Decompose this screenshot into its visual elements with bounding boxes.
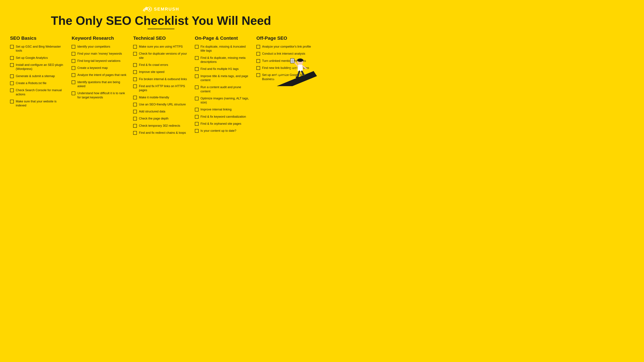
checklist-item: Check temporary 302 redirects (133, 124, 189, 128)
checklist-item: Set up Google Analytics (10, 56, 66, 60)
checkbox[interactable] (10, 45, 14, 49)
checkbox[interactable] (133, 63, 137, 67)
checklist-item-label: Find long-tail keyword variations (77, 59, 120, 63)
checkbox[interactable] (256, 73, 260, 77)
checklist-on-page-content: Fix duplicate, missing & truncated title… (195, 44, 250, 133)
checklist-item: Find and fix HTTP links on HTTPS pages (133, 84, 189, 92)
checklist-item: Fix duplicate, missing & truncated title… (195, 44, 250, 53)
checkbox[interactable] (10, 100, 14, 103)
checkbox[interactable] (133, 70, 137, 74)
checklist-item-label: Improve site speed (139, 70, 164, 74)
checkbox[interactable] (133, 117, 137, 120)
checkbox[interactable] (133, 131, 137, 135)
checkbox[interactable] (195, 85, 198, 89)
checkbox[interactable] (256, 66, 260, 70)
checkbox[interactable] (133, 77, 137, 81)
checkbox[interactable] (72, 66, 75, 70)
checklist-item-label: Improve title & meta tags, and page cont… (200, 74, 250, 82)
checkbox[interactable] (256, 59, 260, 63)
checklist-item: Set up GSC and Bing Webmaster tools (10, 44, 66, 53)
checklist-item: Optimize images (naming, ALT tags, size) (195, 96, 250, 105)
checklist-item: Fix broken internal & outbound links (133, 77, 189, 81)
checklist-item: Improve title & meta tags, and page cont… (195, 74, 250, 82)
col-header-on-page-content: On-Page & Content (195, 35, 250, 41)
col-header-off-page-seo: Off-Page SEO (256, 35, 312, 41)
checklist-item-label: Create a Robots.txt file (16, 81, 46, 85)
checklist-item-label: Analyze the intent of pages that rank (77, 73, 126, 77)
checkbox[interactable] (10, 63, 14, 67)
checklist-item-label: Fix broken internal & outbound links (139, 77, 187, 81)
checklist-item-label: Create a keyword map (77, 66, 108, 70)
checkbox[interactable] (195, 74, 198, 78)
checklist-item: Conduct a link intersect analysis (256, 52, 312, 56)
checklist-item: Use an SEO-friendly URL structure (133, 102, 189, 106)
checklist-item-label: Analyze your competitor's link profile (262, 44, 311, 49)
checkbox[interactable] (10, 56, 14, 60)
checkbox[interactable] (10, 74, 14, 78)
col-header-seo-basics: SEO Basics (10, 35, 66, 41)
checkbox[interactable] (133, 45, 137, 49)
checklist-item-label: Run a content audit and prune content (200, 85, 250, 93)
checkbox[interactable] (195, 108, 198, 111)
checklist-item-label: Check temporary 302 redirects (139, 124, 180, 128)
checklist-item: Find and fix multiple H1 tags (195, 67, 250, 71)
main-title: The Only SEO Checklist You Will Need (10, 14, 312, 27)
checklist-item-label: Find and fix redirect chains & loops (139, 131, 186, 135)
checkbox[interactable] (195, 129, 198, 133)
checklist-item: Make it mobile-friendly (133, 95, 189, 99)
checklist-item: Analyze the intent of pages that rank (72, 73, 127, 77)
checkbox[interactable] (72, 91, 75, 95)
checklist-item-label: Make sure that your website is indexed (16, 99, 66, 108)
checklist-item-label: Understand how difficult it is to rank f… (77, 91, 127, 99)
checkbox[interactable] (72, 80, 75, 84)
checklist-item: Find & fix keyword cannibalization (195, 115, 250, 119)
checklist-item-label: Generate & submit a sitemap (16, 74, 55, 78)
checklist-item-label: Is your content up to date? (200, 129, 236, 133)
checkbox[interactable] (195, 45, 198, 49)
checkbox[interactable] (195, 67, 198, 71)
checklist-item: Create a keyword map (72, 66, 127, 70)
checklist-item: Improve internal linking (195, 107, 250, 111)
checkbox[interactable] (133, 103, 137, 106)
checkbox[interactable] (133, 84, 137, 88)
checklist-item-label: Find & fix crawl errors (139, 63, 168, 67)
column-seo-basics: SEO BasicsSet up GSC and Bing Webmaster … (10, 35, 68, 107)
checklist-item-label: Find and fix multiple H1 tags (200, 67, 239, 71)
checklist-item-label: Optimize images (naming, ALT tags, size) (200, 96, 250, 105)
checkbox[interactable] (195, 122, 198, 126)
checklist-item: Analyze your competitor's link profile (256, 44, 312, 49)
checklist-item: Understand how difficult it is to rank f… (72, 91, 127, 99)
checkbox[interactable] (133, 96, 137, 99)
checkbox[interactable] (10, 81, 14, 85)
checkbox[interactable] (72, 45, 75, 49)
checklist-item-label: Identify questions that are being asked (77, 80, 127, 88)
col-header-keyword-research: Keyword Research (72, 35, 127, 41)
checklist-item-label: Identify your competitors (77, 44, 110, 49)
checklist-item-label: Check for duplicate versions of your sit… (139, 52, 189, 60)
checklist-item: Find & fix duplicate, missing meta descr… (195, 56, 250, 64)
checklist-item: Is your content up to date? (195, 129, 250, 133)
checkbox[interactable] (195, 97, 198, 100)
logo-area: SEMRUSH (10, 6, 312, 12)
checkbox[interactable] (72, 73, 75, 77)
checkbox[interactable] (72, 59, 75, 63)
checklist-item-label: Install and configure an SEO plugin (Wor… (16, 63, 66, 71)
page: SEMRUSH The Only SEO Checklist You Will … (0, 0, 322, 141)
checklist-item: Check Search Console for manual actions (10, 88, 66, 96)
checkbox[interactable] (133, 124, 137, 128)
checkbox[interactable] (133, 52, 137, 56)
semrush-logo-icon (143, 6, 152, 12)
checkbox[interactable] (72, 52, 75, 56)
checklist-item: Set up and optimize Google My Business (256, 73, 312, 81)
checkbox[interactable] (10, 88, 14, 92)
checklist-item: Find & fix crawl errors (133, 63, 189, 67)
checkbox[interactable] (195, 115, 198, 119)
checklist-item-label: Check the page depth (139, 116, 168, 120)
checkbox[interactable] (256, 45, 260, 49)
checklist-item-label: Improve internal linking (200, 107, 232, 111)
checkbox[interactable] (195, 56, 198, 60)
checklist-item-label: Set up and optimize Google My Business (262, 73, 312, 81)
logo-text: SEMRUSH (154, 6, 179, 12)
checkbox[interactable] (256, 52, 260, 56)
checkbox[interactable] (133, 110, 137, 113)
